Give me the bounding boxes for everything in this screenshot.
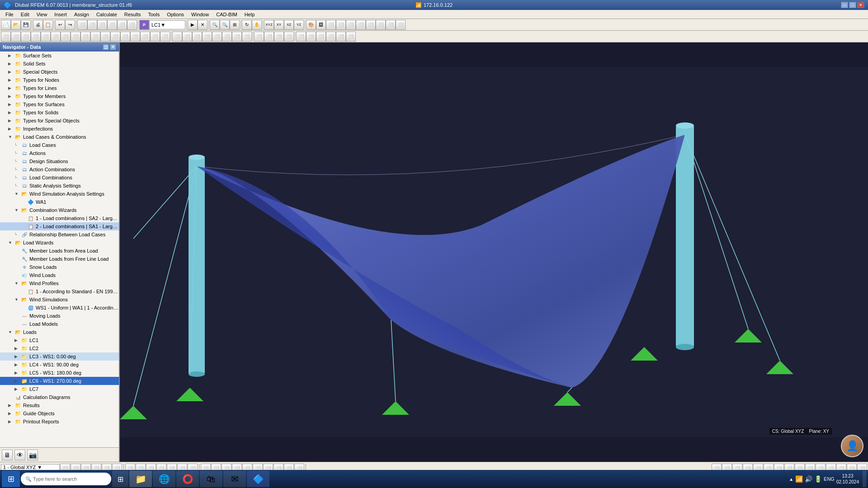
tb-run[interactable]: ▶ xyxy=(188,20,198,30)
taskbar-app-rfem[interactable]: 🔷 xyxy=(247,471,269,487)
menu-insert[interactable]: Insert xyxy=(51,11,71,18)
tree-item-load-models[interactable]: — Load Models xyxy=(0,320,119,328)
tree-item-types-surfaces[interactable]: ▶ 📁 Types for Surfaces xyxy=(0,100,119,108)
tb2-16[interactable]: ⬜ xyxy=(150,32,160,42)
tb2-14[interactable]: ⬜ xyxy=(130,32,140,42)
nav-close-btn[interactable]: ✕ xyxy=(110,44,116,50)
tb-save[interactable]: 💾 xyxy=(21,20,31,30)
tree-item-wind-profile1[interactable]: 📋 1 - According to Standard - EN 1991 CE… xyxy=(0,287,119,296)
taskbar-app-explorer[interactable]: 📁 xyxy=(129,471,152,487)
tb2-26[interactable]: ⬜ xyxy=(254,32,264,42)
tb-print[interactable]: 🖨 xyxy=(33,20,43,30)
tree-item-load-cases[interactable]: └ 🗂 Load Cases xyxy=(0,141,119,149)
tb-rotate[interactable]: ↻ xyxy=(242,20,252,30)
tb-undo[interactable]: ↩ xyxy=(55,20,65,30)
tb2-11[interactable]: ⬜ xyxy=(100,32,110,42)
tree-item-types-lines[interactable]: ▶ 📁 Types for Lines xyxy=(0,84,119,92)
tb2-13[interactable]: ⬜ xyxy=(120,32,130,42)
tree-item-lc1[interactable]: ▶ 📁 LC1 xyxy=(0,336,119,344)
tree-item-types-nodes[interactable]: ▶ 📁 Types for Nodes xyxy=(0,76,119,84)
tree-item-combination-wizards[interactable]: ▼ 📂 Combination Wizards xyxy=(0,206,119,214)
tb2-30[interactable]: ⬜ xyxy=(296,32,306,42)
tree-item-imperfections[interactable]: ▶ 📁 Imperfections xyxy=(0,125,119,133)
tb2-19[interactable]: ⬜ xyxy=(182,32,192,42)
tree-item-lc4[interactable]: ▶ 📁 LC4 - WS1: 90.00 deg xyxy=(0,361,119,369)
tb-btn4[interactable]: ⬜ xyxy=(87,20,97,30)
tree-item-combo1[interactable]: 📋 1 - Load combinations | SA2 - Large de… xyxy=(0,214,119,222)
tb-render2[interactable]: 🖼 xyxy=(316,20,326,30)
tree-item-action-combinations[interactable]: └ 🗂 Action Combinations xyxy=(0,165,119,174)
tb-redo[interactable]: ↪ xyxy=(65,20,75,30)
tb2-1[interactable]: ⬜ xyxy=(1,32,11,42)
tb2-6[interactable]: ⬜ xyxy=(51,32,61,42)
tb2-18[interactable]: ⬜ xyxy=(172,32,182,42)
tb2-29[interactable]: ⬜ xyxy=(284,32,294,42)
tb2-8[interactable]: ⬜ xyxy=(71,32,80,42)
tree-item-solid-sets[interactable]: ▶ 📁 Solid Sets xyxy=(0,60,119,68)
tree-item-wind-sim-analysis[interactable]: ▼ 📂 Wind Simulation Analysis Settings xyxy=(0,190,119,198)
tree-item-wind-profiles[interactable]: ▼ 📂 Wind Profiles xyxy=(0,279,119,287)
tb2-25[interactable]: ⬜ xyxy=(242,32,252,42)
tb-zoom-all[interactable]: ⊞ xyxy=(230,20,240,30)
tb2-28[interactable]: ⬜ xyxy=(274,32,284,42)
tree-item-loads[interactable]: ▼ 📂 Loads xyxy=(0,328,119,336)
tree-item-lc7[interactable]: ▶ 📁 LC7 xyxy=(0,385,119,393)
tb2-22[interactable]: ⬜ xyxy=(212,32,222,42)
tree-item-load-wizards[interactable]: ▼ 📂 Load Wizards xyxy=(0,239,119,247)
tree-item-member-loads-line[interactable]: 🔧 Member Loads from Free Line Load xyxy=(0,255,119,263)
tb-btn6[interactable]: ⬜ xyxy=(107,20,117,30)
tb2-4[interactable]: ⬜ xyxy=(31,32,41,42)
menu-assign[interactable]: Assign xyxy=(71,11,93,18)
tb-xz[interactable]: XZ xyxy=(284,20,294,30)
tb2-9[interactable]: ⬜ xyxy=(80,32,90,42)
tb2-33[interactable]: ⬜ xyxy=(326,32,336,42)
tb2-34[interactable]: ⬜ xyxy=(336,32,346,42)
menu-cad-bim[interactable]: CAD-BIM xyxy=(212,11,241,18)
tree-item-types-special[interactable]: ▶ 📁 Types for Special Objects xyxy=(0,117,119,125)
tb2-31[interactable]: ⬜ xyxy=(306,32,316,42)
tb2-27[interactable]: ⬜ xyxy=(264,32,274,42)
tb-extra4[interactable]: ⬜ xyxy=(356,20,366,30)
tb-btn5[interactable]: ⬜ xyxy=(97,20,107,30)
tray-up-icon[interactable]: ▲ xyxy=(789,477,793,482)
tb2-3[interactable]: ⬜ xyxy=(21,32,31,42)
tb-extra8[interactable]: ⬜ xyxy=(396,20,406,30)
tree-item-static-analysis[interactable]: └ 🗂 Static Analysis Settings xyxy=(0,182,119,190)
tree-item-moving-loads[interactable]: — Moving Loads xyxy=(0,312,119,320)
tree-item-wind-simulations[interactable]: ▼ 📂 Wind Simulations xyxy=(0,296,119,304)
tree-item-lc6[interactable]: ▶ 📁 LC6 - WS1: 270.00 deg xyxy=(0,377,119,385)
menu-calculate[interactable]: Calculate xyxy=(93,11,121,18)
start-button[interactable]: ⊞ xyxy=(2,471,20,487)
tb-zoom-in[interactable]: 🔍 xyxy=(210,20,220,30)
taskbar-app-store[interactable]: 🛍 xyxy=(200,471,222,487)
tree-item-load-combinations[interactable]: └ 🗂 Load Combinations xyxy=(0,174,119,182)
nav-camera-btn[interactable]: 📷 xyxy=(27,450,38,460)
tb-btn7[interactable]: ⬜ xyxy=(117,20,127,30)
menu-edit[interactable]: Edit xyxy=(17,11,33,18)
menu-options[interactable]: Options xyxy=(163,11,188,18)
restore-button[interactable]: □ xyxy=(849,2,856,8)
tb2-23[interactable]: ⬜ xyxy=(222,32,232,42)
tree-item-types-solids[interactable]: ▶ 📁 Types for Solids xyxy=(0,108,119,117)
menu-help[interactable]: Help xyxy=(241,11,259,18)
tree-item-lc5[interactable]: ▶ 📁 LC5 - WS1: 180.00 deg xyxy=(0,369,119,377)
tree-item-wa1[interactable]: 🔷 WA1 xyxy=(0,198,119,206)
tb-print2[interactable]: 📋 xyxy=(43,20,53,30)
clock-display[interactable]: 13:23 02.10.2024 xyxy=(836,473,859,485)
menu-view[interactable]: View xyxy=(33,11,51,18)
tb2-20[interactable]: ⬜ xyxy=(192,32,202,42)
tree-item-types-members[interactable]: ▶ 📁 Types for Members xyxy=(0,92,119,100)
tb-extra2[interactable]: ⬜ xyxy=(336,20,346,30)
menu-window[interactable]: Window xyxy=(188,11,212,18)
lc-dropdown[interactable]: LC1 ▼ xyxy=(149,20,185,29)
menu-results[interactable]: Results xyxy=(121,11,145,18)
tb2-10[interactable]: ⬜ xyxy=(90,32,100,42)
tb-yz[interactable]: YZ xyxy=(294,20,304,30)
tb2-35[interactable]: ⬜ xyxy=(346,32,356,42)
taskbar-app-mail[interactable]: ✉ xyxy=(223,471,246,487)
tree-item-relationship[interactable]: └ 🔗 Relationship Between Load Cases xyxy=(0,230,119,239)
tree-item-design-situations[interactable]: └ 🗂 Design Situations xyxy=(0,157,119,165)
menu-tools[interactable]: Tools xyxy=(144,11,163,18)
task-view-btn[interactable]: ⊞ xyxy=(112,471,128,487)
tree-item-load-cases-combs[interactable]: ▼ 📂 Load Cases & Combinations xyxy=(0,133,119,141)
